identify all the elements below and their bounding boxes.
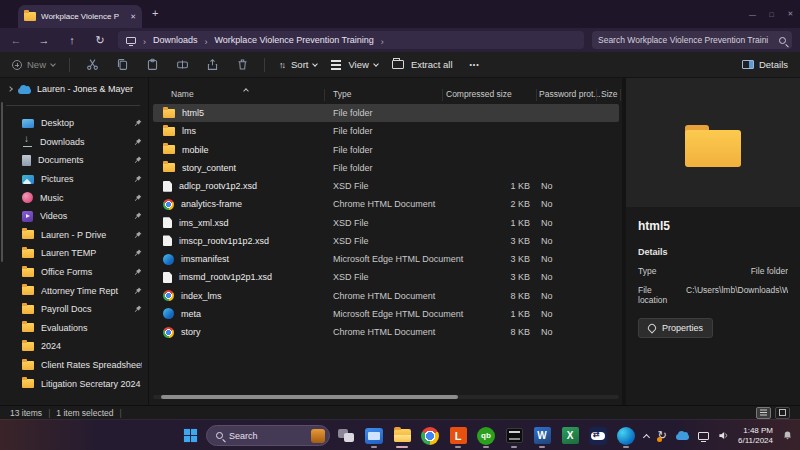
sidebar-item-downloads[interactable]: Downloads bbox=[0, 133, 148, 152]
new-tab-button[interactable]: + bbox=[152, 7, 158, 19]
type-label: Type bbox=[638, 266, 656, 276]
navigation-pane: Lauren - Jones & Mayer DesktopDownloadsD… bbox=[0, 78, 148, 405]
column-header-size[interactable]: Size bbox=[601, 89, 618, 99]
file-row[interactable]: index_lmsChrome HTML Document8 KBNo bbox=[153, 287, 619, 305]
rename-button[interactable] bbox=[174, 57, 190, 73]
file-password-protected: No bbox=[541, 323, 553, 341]
sync-status-icon[interactable] bbox=[658, 430, 667, 441]
sidebar-item-evaluations[interactable]: Evaluations bbox=[0, 319, 148, 338]
sidebar-item-lauren-p-drive[interactable]: Lauren - P Drive bbox=[0, 226, 148, 245]
column-header-password-protected[interactable]: Password prot... bbox=[539, 89, 600, 99]
sort-button[interactable]: Sort bbox=[279, 59, 317, 70]
pin-icon bbox=[134, 119, 142, 127]
sidebar-item-client-rates-spreadsheet[interactable]: Client Rates Spreadsheet bbox=[0, 356, 148, 375]
up-icon[interactable] bbox=[64, 32, 80, 48]
maximize-button[interactable]: □ bbox=[762, 11, 781, 18]
file-row[interactable]: story_contentFile folder bbox=[153, 159, 619, 177]
search-input[interactable]: Search Workplace Violence Prevention Tra… bbox=[592, 31, 792, 49]
taskbar-explorer-icon[interactable] bbox=[390, 423, 414, 449]
refresh-icon[interactable] bbox=[92, 32, 108, 48]
sidebar-item-pictures[interactable]: Pictures bbox=[0, 170, 148, 189]
file-row[interactable]: html5File folder bbox=[153, 104, 619, 122]
extract-all-button[interactable]: Extract all bbox=[392, 59, 453, 70]
explorer-tab[interactable]: Workplace Violence Prevention Training ✕ bbox=[18, 5, 142, 28]
horizontal-scrollbar[interactable] bbox=[153, 395, 619, 399]
pin-icon bbox=[134, 305, 142, 313]
copy-button[interactable] bbox=[114, 57, 130, 73]
sidebar-item-music[interactable]: Music bbox=[0, 188, 148, 207]
back-icon[interactable] bbox=[8, 32, 24, 48]
file-row[interactable]: mobileFile folder bbox=[153, 141, 619, 159]
view-button[interactable]: View bbox=[331, 59, 377, 70]
taskbar-chrome-icon[interactable] bbox=[418, 423, 442, 449]
tray-overflow-chevron-icon[interactable] bbox=[643, 433, 650, 440]
file-row[interactable]: imscp_rootv1p1p2.xsdXSD File3 KBNo bbox=[153, 232, 619, 250]
sidebar-item-onedrive-account[interactable]: Lauren - Jones & Mayer bbox=[8, 84, 133, 94]
close-button[interactable]: ✕ bbox=[781, 10, 800, 18]
file-row[interactable]: ims_xml.xsdXSD File1 KBNo bbox=[153, 214, 619, 232]
folder-icon bbox=[24, 12, 36, 21]
pin-icon bbox=[134, 231, 142, 239]
file-row[interactable]: adlcp_rootv1p2.xsdXSD File1 KBNo bbox=[153, 177, 619, 195]
breadcrumb-current-folder[interactable]: Workplace Violence Prevention Training bbox=[215, 35, 374, 45]
details-toggle-button[interactable]: Details bbox=[742, 59, 788, 70]
taskbar-edge-icon[interactable] bbox=[614, 423, 638, 449]
minimize-button[interactable]: — bbox=[743, 11, 762, 18]
paste-button[interactable] bbox=[144, 57, 160, 73]
file-row[interactable]: analytics-frameChrome HTML Document2 KBN… bbox=[153, 195, 619, 213]
tab-close-icon[interactable]: ✕ bbox=[130, 13, 136, 21]
file-type: XSD File bbox=[333, 268, 369, 286]
taskbar-task-view-icon[interactable] bbox=[334, 423, 358, 449]
network-icon[interactable] bbox=[698, 432, 709, 440]
details-view-button[interactable] bbox=[756, 407, 771, 419]
file-row[interactable]: metaMicrosoft Edge HTML Document1 KBNo bbox=[153, 305, 619, 323]
start-button[interactable] bbox=[178, 424, 202, 448]
taskbar-word-icon[interactable]: W bbox=[530, 423, 554, 449]
file-row[interactable]: imsmd_rootv1p2p1.xsdXSD File3 KBNo bbox=[153, 268, 619, 286]
file-row[interactable]: lmsFile folder bbox=[153, 122, 619, 140]
file-compressed-size: 1 KB bbox=[444, 177, 530, 195]
search-icon[interactable] bbox=[779, 37, 786, 44]
breadcrumb[interactable]: Downloads Workplace Violence Prevention … bbox=[118, 31, 584, 49]
column-header-name[interactable]: Name bbox=[171, 89, 194, 99]
breadcrumb-downloads[interactable]: Downloads bbox=[153, 35, 198, 45]
taskbar-console-icon[interactable] bbox=[502, 423, 526, 449]
cut-button[interactable] bbox=[84, 57, 100, 73]
file-row[interactable]: storyChrome HTML Document8 KBNo bbox=[153, 323, 619, 341]
scrollbar-thumb[interactable] bbox=[161, 395, 458, 399]
taskbar-lexis-icon[interactable]: L bbox=[446, 423, 470, 449]
bing-daily-icon[interactable] bbox=[311, 429, 325, 443]
taskbar-teamviewer-icon[interactable] bbox=[586, 423, 610, 449]
delete-button[interactable] bbox=[234, 57, 250, 73]
more-options-icon[interactable] bbox=[467, 57, 483, 73]
volume-icon[interactable] bbox=[718, 427, 729, 445]
file-compressed-size: 8 KB bbox=[444, 323, 530, 341]
onedrive-tray-icon[interactable] bbox=[676, 434, 689, 440]
column-header-type[interactable]: Type bbox=[333, 89, 351, 99]
sidebar-item-2024[interactable]: 2024 bbox=[0, 337, 148, 356]
pin-icon bbox=[134, 175, 142, 183]
sidebar-item-office-forms[interactable]: Office Forms bbox=[0, 263, 148, 282]
notifications-bell-icon[interactable] bbox=[782, 430, 793, 441]
share-button[interactable] bbox=[204, 57, 220, 73]
properties-button[interactable]: Properties bbox=[638, 318, 713, 338]
sidebar-item-desktop[interactable]: Desktop bbox=[0, 114, 148, 133]
taskbar-outlook-icon[interactable] bbox=[362, 423, 386, 449]
taskbar-quickbooks-icon[interactable]: qb bbox=[474, 423, 498, 449]
clock[interactable]: 1:48 PM 6/11/2024 bbox=[738, 426, 773, 445]
sidebar-item-attorney-time-rept[interactable]: Attorney Time Rept bbox=[0, 281, 148, 300]
file-row[interactable]: imsmanifestMicrosoft Edge HTML Document3… bbox=[153, 250, 619, 268]
sidebar-item-payroll-docs[interactable]: Payroll Docs bbox=[0, 300, 148, 319]
sidebar-item-videos[interactable]: Videos bbox=[0, 207, 148, 226]
taskbar-search-box[interactable]: Search bbox=[206, 425, 330, 446]
pin-icon bbox=[134, 212, 142, 220]
sidebar-item-documents[interactable]: Documents bbox=[0, 151, 148, 170]
column-header-compressed-size[interactable]: Compressed size bbox=[446, 89, 512, 99]
sidebar-item-litigation-secretary-2024[interactable]: Litigation Secretary 2024 bbox=[0, 374, 148, 393]
forward-icon[interactable] bbox=[36, 32, 52, 48]
large-icons-view-button[interactable] bbox=[775, 407, 790, 419]
file-type: Chrome HTML Document bbox=[333, 323, 435, 341]
taskbar-excel-icon[interactable]: X bbox=[558, 423, 582, 449]
new-button[interactable]: New bbox=[12, 59, 55, 70]
sidebar-item-lauren-temp[interactable]: Lauren TEMP bbox=[0, 244, 148, 263]
